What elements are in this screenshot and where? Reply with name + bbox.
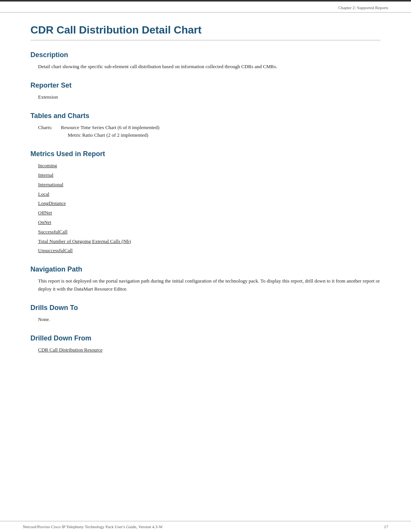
description-heading: Description <box>30 51 381 59</box>
section-navigation-path: Navigation Path This report is not deplo… <box>30 265 381 293</box>
metrics-heading: Metrics Used in Report <box>30 150 381 158</box>
drilled-down-from-link[interactable]: CDR Call Distribution Resource <box>38 347 102 353</box>
metric-item-3[interactable]: Local <box>38 190 381 198</box>
footer: Netcool/Proviso Cisco IP Telephony Techn… <box>0 521 411 532</box>
chapter-label: Chapter 2: Supported Reports <box>338 5 388 10</box>
section-reporter-set: Reporter Set Extension <box>30 81 381 101</box>
charts-label: Charts: <box>38 124 61 140</box>
metrics-body: Incoming Internal International Local Lo… <box>38 162 381 255</box>
metric-item-4[interactable]: LongDistance <box>38 200 381 208</box>
chapter-header: Chapter 2: Supported Reports <box>0 2 411 13</box>
drilled-down-from-heading: Drilled Down From <box>30 334 381 342</box>
metric-item-2[interactable]: International <box>38 181 381 189</box>
charts-line-1: Charts: Resource Time Series Chart (6 of… <box>38 124 381 140</box>
section-drills-down-to: Drills Down To None. <box>30 304 381 324</box>
description-body: Detail chart showing the specific sub-el… <box>38 63 381 71</box>
metric-item-0[interactable]: Incoming <box>38 162 381 170</box>
chart-line-1: Resource Time Series Chart (6 of 8 imple… <box>61 124 159 132</box>
description-text: Detail chart showing the specific sub-el… <box>38 63 381 71</box>
drilled-down-from-body: CDR Call Distribution Resource <box>38 346 381 354</box>
metric-item-8[interactable]: Total Number of Outgoing External Calls … <box>38 238 381 246</box>
metric-item-1[interactable]: Internal <box>38 171 381 179</box>
charts-value-block: Resource Time Series Chart (6 of 8 imple… <box>61 124 159 140</box>
metric-item-9[interactable]: UnsuccessfulCall <box>38 247 381 255</box>
footer-left: Netcool/Proviso Cisco IP Telephony Techn… <box>23 524 163 529</box>
section-drilled-down-from: Drilled Down From CDR Call Distribution … <box>30 334 381 354</box>
main-content: CDR Call Distribution Detail Chart Descr… <box>0 13 411 380</box>
section-metrics: Metrics Used in Report Incoming Internal… <box>30 150 381 255</box>
metric-item-5[interactable]: OffNet <box>38 209 381 217</box>
section-description: Description Detail chart showing the spe… <box>30 51 381 71</box>
chart-line-2: Metric Ratio Chart (2 of 2 implemented) <box>68 131 159 139</box>
footer-right: 17 <box>384 524 388 529</box>
page-title: CDR Call Distribution Detail Chart <box>30 24 381 40</box>
section-tables-charts: Tables and Charts Charts: Resource Time … <box>30 112 381 140</box>
metric-item-7[interactable]: SuccessfulCall <box>38 228 381 236</box>
tables-charts-heading: Tables and Charts <box>30 112 381 120</box>
navigation-path-body: This report is not deployed on the porta… <box>38 277 381 293</box>
drills-down-to-heading: Drills Down To <box>30 304 381 312</box>
reporter-set-body: Extension <box>38 93 381 101</box>
tables-charts-body: Charts: Resource Time Series Chart (6 of… <box>38 124 381 140</box>
reporter-set-text: Extension <box>38 93 381 101</box>
drills-down-to-body: None. <box>38 316 381 324</box>
drills-down-to-text: None. <box>38 316 381 324</box>
navigation-path-text: This report is not deployed on the porta… <box>38 277 381 293</box>
metric-item-6[interactable]: OnNet <box>38 219 381 227</box>
reporter-set-heading: Reporter Set <box>30 81 381 89</box>
navigation-path-heading: Navigation Path <box>30 265 381 273</box>
